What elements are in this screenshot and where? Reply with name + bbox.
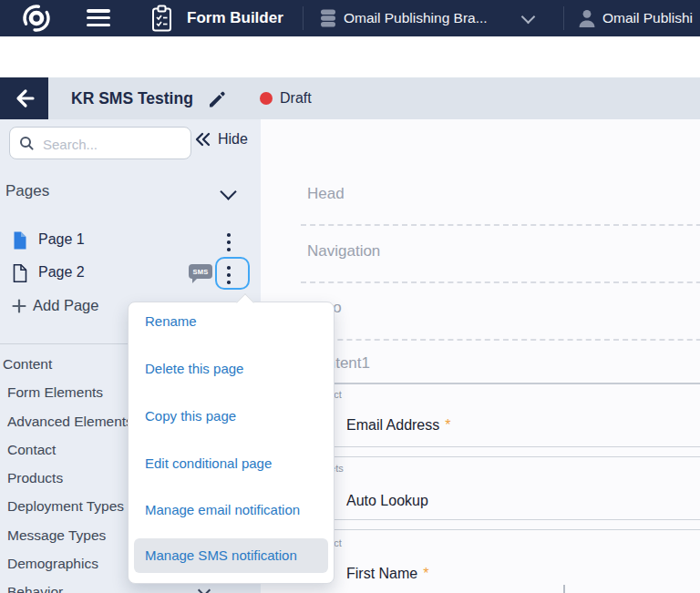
brand-chevron-down-icon[interactable] [521,10,536,25]
menu-item-manage-sms-notification[interactable]: Manage SMS notification [134,538,328,573]
card-field-label: Auto Lookup [346,493,434,509]
page1-kebab-menu-icon[interactable] [227,233,231,251]
kebab-active-highlight [215,257,250,290]
database-icon [318,8,338,28]
double-chevron-left-icon [195,132,211,147]
page-context-menu: Rename Delete this page Copy this page E… [128,302,335,584]
form-field-card[interactable]: Contact Email Address* [301,384,700,447]
topbar-divider [563,6,564,30]
card-field-label: Email Address* [346,417,451,434]
top-bar: Form Builder Omail Publishing Bra... Oma… [0,0,700,36]
omeda-logo-icon[interactable] [20,2,53,35]
draft-status-dot [260,92,273,105]
form-builder-clipboard-icon [149,5,174,33]
form-header: KR SMS Testing Draft [0,77,700,119]
search-icon [19,136,35,151]
card-field-label: First Name* [346,566,428,582]
section-divider [301,281,700,283]
card-inner-divider [563,585,565,593]
menu-item-delete-page[interactable]: Delete this page [129,351,334,387]
hide-panel-button[interactable]: Hide [195,131,248,148]
edit-pencil-icon[interactable] [207,88,228,109]
section-head[interactable]: Head [307,185,345,203]
page-outline-icon [13,264,27,282]
form-builder-screen: Form Builder Omail Publishing Bra... Oma… [0,0,700,593]
topbar-divider [303,6,304,30]
section-divider [301,339,700,341]
brand-dropdown[interactable]: Omail Publishing Bra... [344,0,488,36]
plus-icon [12,299,26,313]
menu-item-copy-page[interactable]: Copy this page [129,398,334,435]
add-page-label: Add Page [33,297,98,314]
page-label[interactable]: Page 2 [38,264,85,281]
back-arrow-icon [11,85,38,112]
form-field-card[interactable]: Widgets Auto Lookup [301,456,700,520]
pages-section-header[interactable]: Pages [0,182,261,206]
draft-status-label: Draft [280,77,312,119]
form-field-card[interactable]: Contact First Name* [301,529,700,593]
page-label[interactable]: Page 1 [38,231,85,248]
pages-chevron-down-icon[interactable] [220,183,236,199]
menu-item-edit-conditional-page[interactable]: Edit conditional page [129,445,334,482]
section-divider [301,224,700,226]
hide-label: Hide [218,131,248,148]
search-box [9,127,191,159]
hamburger-menu-icon[interactable] [87,9,110,26]
menu-item-manage-email-notification[interactable]: Manage email notification [129,492,334,528]
page-row-1[interactable]: Page 1 [0,229,261,256]
page-filled-icon [13,231,27,250]
app-title: Form Builder [187,0,283,36]
menu-item-rename[interactable]: Rename [129,303,334,340]
user-icon [577,8,597,28]
pages-label: Pages [5,182,49,200]
required-asterisk: * [423,566,428,581]
user-name[interactable]: Omail Publishi [602,0,700,36]
search-input[interactable] [41,128,189,159]
section-navigation[interactable]: Navigation [307,242,380,261]
sms-notification-badge: SMS [189,264,212,279]
form-title: KR SMS Testing [71,77,193,119]
back-button[interactable] [0,77,48,119]
required-asterisk: * [445,417,450,433]
